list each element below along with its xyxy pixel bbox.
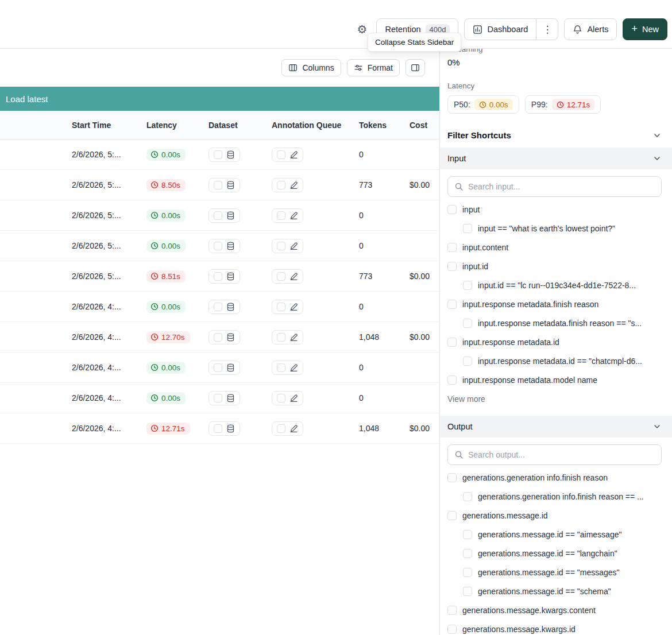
- filter-checkbox[interactable]: [447, 606, 457, 615]
- filter-shortcut-item[interactable]: generations.message.id: [447, 506, 662, 525]
- filter-shortcut-item[interactable]: input: [447, 200, 662, 219]
- format-button[interactable]: Format: [347, 59, 400, 76]
- table-row[interactable]: 2/6/2026, 4:... 0.00s: [0, 383, 439, 413]
- add-to-annotation-queue-control[interactable]: [272, 148, 303, 162]
- annotation-checkbox[interactable]: [277, 424, 285, 433]
- dashboard-more-button[interactable]: ⋮: [536, 18, 558, 40]
- filter-checkbox[interactable]: [463, 224, 472, 233]
- column-header[interactable]: Dataset: [208, 121, 272, 130]
- table-row[interactable]: 2/6/2026, 5:... 0.00s: [0, 231, 439, 261]
- filter-checkbox[interactable]: [447, 338, 457, 347]
- filter-shortcut-item[interactable]: generations.message.id == "messages": [463, 563, 662, 582]
- filter-shortcut-item[interactable]: generations.message.id == "langchain": [463, 544, 662, 563]
- input-section-header[interactable]: Input: [440, 148, 672, 169]
- filter-checkbox[interactable]: [447, 375, 457, 385]
- dataset-checkbox[interactable]: [214, 181, 222, 189]
- dataset-checkbox[interactable]: [214, 211, 222, 220]
- filter-checkbox[interactable]: [447, 300, 457, 309]
- columns-button[interactable]: Columns: [281, 59, 341, 76]
- add-to-annotation-queue-control[interactable]: [272, 269, 303, 284]
- table-row[interactable]: 2/6/2026, 4:... 0.00s: [0, 353, 439, 383]
- annotation-checkbox[interactable]: [277, 150, 285, 159]
- filter-checkbox[interactable]: [463, 357, 472, 366]
- filter-shortcut-item[interactable]: input.id: [447, 257, 662, 276]
- filter-checkbox[interactable]: [463, 568, 472, 577]
- filter-shortcut-item[interactable]: generations.generation info.finish reaso…: [447, 468, 662, 487]
- filter-checkbox[interactable]: [463, 549, 472, 558]
- filter-checkbox[interactable]: [447, 262, 457, 271]
- add-to-dataset-control[interactable]: [208, 148, 240, 162]
- filter-checkbox[interactable]: [447, 625, 457, 634]
- table-row[interactable]: 2/6/2026, 4:... 0.00s: [0, 292, 439, 322]
- input-search-field[interactable]: [468, 182, 655, 191]
- table-row[interactable]: 2/6/2026, 5:... 8.51s: [0, 261, 439, 292]
- filter-checkbox[interactable]: [463, 319, 472, 328]
- dataset-checkbox[interactable]: [214, 363, 222, 372]
- add-to-annotation-queue-control[interactable]: [272, 361, 303, 375]
- view-more-link[interactable]: View more: [447, 389, 662, 408]
- output-section-header[interactable]: Output: [440, 416, 672, 437]
- add-to-dataset-control[interactable]: [208, 330, 240, 344]
- add-to-dataset-control[interactable]: [208, 239, 240, 253]
- filter-shortcut-item[interactable]: input.content: [447, 238, 662, 257]
- column-header[interactable]: Annotation Queue: [272, 121, 359, 130]
- filter-shortcut-item[interactable]: input.response metadata.finish reason: [447, 295, 662, 313]
- add-to-dataset-control[interactable]: [208, 300, 240, 314]
- filter-checkbox[interactable]: [447, 243, 457, 252]
- dataset-checkbox[interactable]: [214, 303, 222, 311]
- annotation-checkbox[interactable]: [277, 242, 285, 250]
- add-to-dataset-control[interactable]: [208, 421, 240, 436]
- filter-shortcut-item[interactable]: generations.message.id == "schema": [463, 582, 662, 601]
- dataset-checkbox[interactable]: [214, 394, 222, 402]
- add-to-annotation-queue-control[interactable]: [272, 330, 303, 344]
- filter-shortcut-item[interactable]: generations.generation info.finish reaso…: [463, 487, 662, 506]
- alerts-button[interactable]: Alerts: [564, 18, 617, 40]
- filter-shortcut-item[interactable]: input.response metadata.model name: [447, 370, 662, 389]
- filter-shortcut-item[interactable]: input == "what is earth's lowest point?": [463, 219, 662, 238]
- add-to-dataset-control[interactable]: [208, 208, 240, 223]
- add-to-annotation-queue-control[interactable]: [272, 300, 303, 314]
- filter-checkbox[interactable]: [447, 473, 457, 482]
- annotation-checkbox[interactable]: [277, 363, 285, 372]
- dashboard-button[interactable]: Dashboard: [464, 18, 536, 40]
- add-to-dataset-control[interactable]: [208, 269, 240, 284]
- toggle-side-panel-button[interactable]: [405, 59, 425, 76]
- filter-checkbox[interactable]: [447, 511, 457, 520]
- new-button[interactable]: + New: [623, 18, 667, 40]
- filter-shortcut-item[interactable]: generations.message.kwargs.content: [447, 601, 662, 619]
- filter-shortcut-item[interactable]: input.id == "lc run--019c34e4-dd1e-7522-…: [463, 276, 662, 295]
- output-search-field[interactable]: [468, 450, 655, 459]
- add-to-annotation-queue-control[interactable]: [272, 421, 303, 436]
- dataset-checkbox[interactable]: [214, 424, 222, 433]
- filter-shortcut-item[interactable]: input.response metadata.id: [447, 332, 662, 351]
- annotation-checkbox[interactable]: [277, 181, 285, 189]
- filter-shortcut-item[interactable]: generations.message.kwargs.id: [447, 619, 662, 635]
- add-to-dataset-control[interactable]: [208, 361, 240, 375]
- dataset-checkbox[interactable]: [214, 150, 222, 159]
- filter-shortcut-item[interactable]: input.response metadata.finish reason ==…: [463, 313, 662, 332]
- annotation-checkbox[interactable]: [277, 272, 285, 281]
- filter-shortcuts-header[interactable]: Filter Shortcuts: [447, 130, 662, 140]
- column-header[interactable]: Tokens: [359, 121, 410, 130]
- table-row[interactable]: 2/6/2026, 4:... 12.71s: [0, 413, 439, 444]
- filter-checkbox[interactable]: [463, 587, 472, 596]
- annotation-checkbox[interactable]: [277, 333, 285, 342]
- filter-checkbox[interactable]: [463, 492, 472, 501]
- table-row[interactable]: 2/6/2026, 4:... 12.70s: [0, 322, 439, 353]
- annotation-checkbox[interactable]: [277, 211, 285, 220]
- column-header[interactable]: Latency: [146, 121, 208, 130]
- filter-checkbox[interactable]: [463, 530, 472, 539]
- p50-latency-badge[interactable]: P50: 0.00s: [447, 95, 519, 114]
- add-to-annotation-queue-control[interactable]: [272, 208, 303, 223]
- dataset-checkbox[interactable]: [214, 242, 222, 250]
- load-latest-banner[interactable]: Load latest: [0, 87, 439, 111]
- column-header[interactable]: Cost: [410, 121, 439, 130]
- annotation-checkbox[interactable]: [277, 303, 285, 311]
- add-to-dataset-control[interactable]: [208, 178, 240, 192]
- add-to-annotation-queue-control[interactable]: [272, 391, 303, 405]
- add-to-dataset-control[interactable]: [208, 391, 240, 405]
- filter-shortcut-item[interactable]: generations.message.id == "aimessage": [463, 525, 662, 544]
- dataset-checkbox[interactable]: [214, 272, 222, 281]
- column-header[interactable]: Start Time: [72, 121, 146, 130]
- table-row[interactable]: 2/6/2026, 5:... 8.50s: [0, 170, 439, 200]
